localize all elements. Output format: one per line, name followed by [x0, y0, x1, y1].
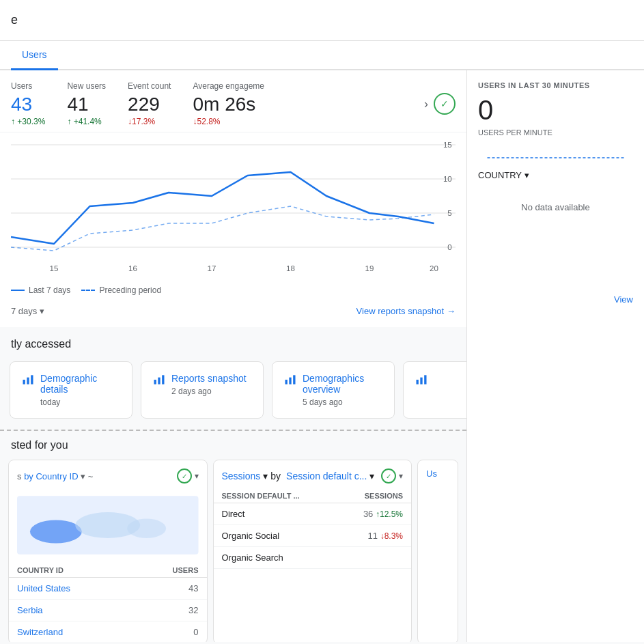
- view-more-link[interactable]: View: [614, 294, 633, 305]
- view-reports-link[interactable]: View reports snapshot →: [356, 306, 456, 316]
- suggested-title: sted for you: [0, 430, 466, 454]
- legend-current: Last 7 days: [11, 285, 70, 295]
- avg-engagement-label: Average engageme: [193, 81, 264, 91]
- country-card-header: s by Country ID ▾ ~ ✓ ▾: [9, 460, 207, 489]
- metrics-chevron-right[interactable]: ›: [424, 97, 428, 111]
- check-circle-1[interactable]: ✓: [177, 468, 192, 484]
- report-card-reports-snapshot[interactable]: Reports snapshot 2 days ago: [141, 361, 264, 419]
- country-name-2[interactable]: Serbia: [9, 600, 132, 621]
- chart-bar-icon-2: [152, 373, 166, 390]
- channel-organic-search: Organic Search: [214, 547, 338, 569]
- svg-point-27: [30, 520, 82, 543]
- users-per-minute-label: USERS PER MINUTE: [478, 128, 633, 137]
- country-table: COUNTRY ID USERS United States 43 Serbia…: [9, 563, 207, 642]
- users-1: 43: [132, 578, 206, 600]
- time-selector[interactable]: 7 days ▾: [11, 306, 44, 316]
- dropdown-arrow-2[interactable]: ▾: [399, 471, 403, 481]
- realtime-title: USERS IN LAST 30 MINUTES: [478, 81, 633, 89]
- chart-legend: Last 7 days Preceding period: [0, 283, 466, 300]
- channel-direct: Direct: [214, 503, 338, 525]
- tab-bar: Users: [0, 41, 644, 70]
- sessions-card-title: Sessions ▾ by Session default c... ▾: [222, 471, 375, 481]
- svg-rect-25: [424, 375, 426, 384]
- table-row: Serbia 32: [9, 600, 207, 621]
- event-count-label: Event count: [128, 81, 171, 91]
- top-bar: e: [0, 0, 644, 41]
- users-change: ↑ +30.3%: [11, 117, 45, 126]
- report-card-demographic-details[interactable]: Demographic details today: [10, 361, 132, 419]
- sessions-card-header: Sessions ▾ by Session default c... ▾ ✓ ▾: [214, 460, 412, 489]
- chart-bar-icon-3: [283, 373, 297, 390]
- chart-area: 15 10 5 0 15 16 17 18 19 20: [0, 132, 466, 283]
- svg-rect-23: [417, 380, 419, 384]
- card-title-2: Reports snapshot: [171, 373, 247, 384]
- svg-text:20: 20: [430, 264, 438, 272]
- svg-text:10: 10: [443, 175, 452, 183]
- check-circle-2[interactable]: ✓: [381, 468, 396, 484]
- app-title: e: [11, 13, 18, 27]
- card-subtitle-2: 2 days ago: [171, 387, 247, 396]
- avg-engagement-value: 0m 26s: [193, 94, 264, 115]
- recently-accessed-cards: Demographic details today Reports snapsh…: [0, 356, 466, 430]
- metric-avg-engagement: Average engageme 0m 26s ↓52.8%: [193, 81, 264, 126]
- chevron-down-icon-sessions[interactable]: ▾: [263, 471, 268, 481]
- sessions-direct: 36 ↑12.5%: [337, 503, 411, 525]
- bottom-cards: s by Country ID ▾ ~ ✓ ▾: [0, 454, 466, 642]
- country-filter[interactable]: COUNTRY ▾: [478, 170, 633, 180]
- chevron-down-icon-country[interactable]: ▾: [81, 471, 85, 481]
- svg-rect-14: [23, 380, 25, 384]
- col-users: USERS: [132, 563, 206, 578]
- users-3: 0: [132, 621, 206, 643]
- svg-text:5: 5: [447, 209, 451, 217]
- users-2: 32: [132, 600, 206, 621]
- avg-engagement-change: ↓52.8%: [193, 117, 264, 126]
- chevron-down-icon: ▾: [40, 306, 44, 316]
- svg-rect-24: [420, 378, 422, 384]
- users-value: 43: [11, 94, 45, 115]
- svg-rect-20: [285, 380, 288, 384]
- users-label: Users: [11, 81, 45, 91]
- check-badge-2: ✓ ▾: [381, 468, 403, 484]
- dropdown-arrow-1[interactable]: ▾: [195, 471, 199, 481]
- metrics-row: Users 43 ↑ +30.3% New users 41 ↑ +41.4% …: [0, 70, 466, 132]
- arrow-up-icon-2: ↑: [67, 117, 71, 126]
- country-name-1[interactable]: United States: [9, 578, 132, 600]
- metric-new-users: New users 41 ↑ +41.4%: [67, 81, 106, 126]
- svg-text:16: 16: [128, 264, 137, 272]
- table-row: Direct 36 ↑12.5%: [214, 503, 412, 525]
- sessions-organic-search: [337, 547, 411, 569]
- legend-line-dashed: [81, 290, 95, 291]
- chart-bar-icon-4: [415, 373, 428, 390]
- chevron-down-icon-session-default[interactable]: ▾: [369, 471, 374, 481]
- metric-event-count: Event count 229 ↓17.3%: [128, 81, 171, 126]
- svg-text:15: 15: [443, 141, 452, 149]
- card-subtitle-1: today: [40, 397, 121, 407]
- svg-rect-16: [31, 375, 33, 384]
- new-users-value: 41: [67, 94, 106, 115]
- svg-text:0: 0: [447, 243, 451, 251]
- svg-text:19: 19: [365, 264, 374, 272]
- metrics-check-icon[interactable]: ✓: [434, 93, 456, 115]
- no-data-message: No data available: [478, 188, 633, 226]
- card-title-1: Demographic details: [40, 373, 121, 395]
- chart-bar-icon-1: [21, 373, 35, 390]
- map-area: [9, 489, 207, 563]
- main-content: Users 43 ↑ +30.3% New users 41 ↑ +41.4% …: [0, 70, 644, 642]
- report-card-demographics-overview[interactable]: Demographics overview 5 days ago: [272, 361, 395, 419]
- users-per-minute-chart: [478, 148, 633, 168]
- country-name-3[interactable]: Switzerland: [9, 621, 132, 643]
- data-card-country: s by Country ID ▾ ~ ✓ ▾: [8, 460, 208, 642]
- report-card-4[interactable]: [403, 361, 466, 419]
- table-row: United States 43: [9, 578, 207, 600]
- table-row: Switzerland 0: [9, 621, 207, 643]
- data-card-users: Us: [417, 460, 458, 642]
- svg-point-29: [127, 519, 166, 538]
- data-card-sessions: Sessions ▾ by Session default c... ▾ ✓ ▾: [213, 460, 412, 642]
- left-panel: Users 43 ↑ +30.3% New users 41 ↑ +41.4% …: [0, 70, 466, 642]
- users-card-header: Us: [418, 460, 458, 484]
- tab-users[interactable]: Users: [11, 41, 58, 70]
- svg-text:18: 18: [286, 264, 295, 272]
- sessions-table: SESSION DEFAULT ... SESSIONS Direct 36 ↑…: [214, 489, 412, 569]
- svg-rect-15: [27, 378, 29, 384]
- world-map-svg: [17, 494, 199, 556]
